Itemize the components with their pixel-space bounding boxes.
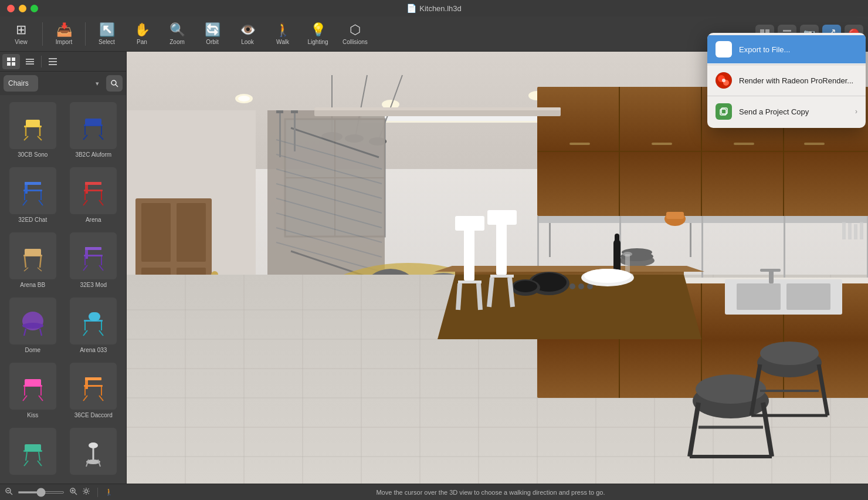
submenu-arrow: › bbox=[855, 107, 857, 116]
svg-rect-170 bbox=[652, 143, 672, 145]
svg-rect-184 bbox=[842, 222, 846, 239]
render-label: Render with Radeon ProRender... bbox=[739, 76, 857, 85]
category-select-wrapper: Chairs Tables Sofas Beds Storage Lightin… bbox=[4, 75, 104, 92]
svg-rect-4 bbox=[783, 30, 791, 32]
svg-rect-119 bbox=[177, 203, 206, 262]
svg-rect-21 bbox=[26, 120, 40, 127]
list-item[interactable]: 36CE Daccord bbox=[66, 360, 122, 421]
items-grid: 30CB Sono 3B2C Aluform bbox=[0, 95, 126, 500]
svg-line-31 bbox=[99, 135, 103, 140]
svg-rect-78 bbox=[85, 377, 101, 380]
orbit-label: Orbit bbox=[206, 39, 219, 45]
svg-rect-232 bbox=[455, 216, 484, 231]
svg-rect-17 bbox=[49, 64, 57, 65]
item-thumb-item11 bbox=[9, 428, 56, 475]
item-label-32e3mod: 32E3 Mod bbox=[80, 282, 107, 288]
list-item[interactable]: Arena BB bbox=[5, 230, 61, 290]
zoom-label: Zoom bbox=[169, 39, 185, 45]
list-item[interactable]: 3B2C Aluform bbox=[66, 100, 122, 160]
look-icon: 👁️ bbox=[240, 22, 256, 38]
toolbar-separator-1 bbox=[42, 22, 43, 46]
maximize-button[interactable] bbox=[30, 5, 38, 12]
render-radeon-item[interactable]: Render with Radeon ProRender... bbox=[707, 66, 866, 94]
svg-point-18 bbox=[111, 80, 116, 85]
toolbar-view[interactable]: ⊞ View bbox=[5, 20, 38, 48]
svg-rect-169 bbox=[569, 143, 590, 145]
zoom-slider[interactable] bbox=[18, 491, 65, 494]
svg-line-81 bbox=[83, 396, 87, 401]
list-item[interactable]: Arena bbox=[66, 165, 122, 225]
list-item[interactable]: 32ED Chat bbox=[5, 165, 61, 225]
toolbar-import[interactable]: 📥 Import bbox=[48, 20, 80, 48]
svg-point-251 bbox=[722, 79, 725, 82]
collisions-label: Collisions bbox=[343, 39, 368, 45]
select-label: Select bbox=[99, 39, 115, 45]
toolbar-select[interactable]: ↖️ Select bbox=[90, 20, 123, 48]
svg-rect-185 bbox=[848, 223, 852, 239]
list-item[interactable] bbox=[66, 425, 122, 479]
toolbar-pan[interactable]: ✋ Pan bbox=[126, 20, 158, 48]
svg-rect-13 bbox=[26, 61, 34, 62]
window-controls[interactable] bbox=[7, 5, 38, 12]
item-thumb-36ce bbox=[70, 363, 117, 410]
svg-line-50 bbox=[40, 256, 41, 268]
file-icon: 📄 bbox=[406, 4, 416, 13]
svg-line-69 bbox=[99, 330, 103, 336]
toolbar-separator-2 bbox=[85, 22, 86, 46]
panel-tabs bbox=[0, 52, 126, 72]
svg-rect-55 bbox=[85, 247, 101, 250]
toolbar-lighting[interactable]: 💡 Lighting bbox=[301, 20, 334, 48]
toolbar-collisions[interactable]: ⬡ Collisions bbox=[337, 20, 374, 48]
svg-rect-242 bbox=[314, 107, 561, 110]
list-item[interactable]: Dome bbox=[5, 295, 61, 356]
svg-rect-244 bbox=[276, 110, 283, 113]
list-item[interactable]: Kiss bbox=[5, 360, 61, 421]
list-item[interactable]: 32E3 Mod bbox=[66, 230, 122, 290]
svg-point-226 bbox=[760, 342, 819, 365]
panel-tab-divider bbox=[41, 56, 42, 67]
toolbar-zoom[interactable]: 🔍 Zoom bbox=[161, 20, 194, 48]
toolbar-walk[interactable]: 🚶 Walk bbox=[266, 20, 299, 48]
list-item[interactable]: 30CB Sono bbox=[5, 100, 61, 160]
svg-line-51 bbox=[24, 268, 28, 271]
zoom-out-icon[interactable] bbox=[5, 487, 13, 497]
render-icon bbox=[716, 72, 732, 89]
search-button[interactable] bbox=[106, 75, 123, 92]
svg-line-86 bbox=[39, 452, 40, 461]
category-select[interactable]: Chairs Tables Sofas Beds Storage Lightin… bbox=[4, 75, 38, 92]
panel-tab-grid[interactable] bbox=[2, 54, 20, 69]
settings-icon[interactable] bbox=[82, 487, 90, 497]
svg-rect-187 bbox=[860, 222, 863, 239]
list-item[interactable] bbox=[5, 425, 61, 479]
statusbar-message: Move the cursor over the 3D view to choo… bbox=[118, 489, 863, 496]
item-label-3b2c: 3B2C Aluform bbox=[75, 151, 111, 158]
svg-rect-118 bbox=[141, 203, 171, 262]
panel-tab-list[interactable] bbox=[44, 54, 62, 69]
item-thumb-item12 bbox=[70, 428, 117, 475]
svg-line-255 bbox=[10, 492, 12, 495]
item-label-36ce: 36CE Daccord bbox=[74, 412, 113, 418]
svg-rect-237 bbox=[487, 210, 517, 225]
item-label-kiss: Kiss bbox=[27, 412, 38, 418]
send-project-copy-item[interactable]: Send a Project Copy › bbox=[707, 97, 866, 126]
toolbar-look[interactable]: 👁️ Look bbox=[231, 20, 264, 48]
look-label: Look bbox=[241, 39, 254, 45]
export-to-file-item[interactable]: Export to File... bbox=[707, 35, 866, 63]
walk-icon: 🚶 bbox=[275, 22, 291, 38]
zoom-in-icon[interactable] bbox=[69, 487, 77, 497]
minimize-button[interactable] bbox=[19, 5, 26, 12]
list-item[interactable]: Arena 033 bbox=[66, 295, 122, 356]
item-thumb-arena033 bbox=[70, 298, 117, 344]
svg-line-59 bbox=[99, 265, 103, 271]
close-button[interactable] bbox=[7, 5, 15, 12]
svg-rect-246 bbox=[291, 110, 298, 113]
view-icon: ⊞ bbox=[16, 22, 26, 38]
svg-rect-245 bbox=[294, 110, 296, 151]
toolbar-orbit[interactable]: 🔄 Orbit bbox=[196, 20, 229, 48]
panel-tab-edit[interactable] bbox=[21, 54, 39, 69]
walk-label: Walk bbox=[276, 39, 289, 45]
svg-rect-171 bbox=[734, 143, 754, 145]
svg-line-24 bbox=[24, 136, 28, 140]
svg-rect-180 bbox=[666, 212, 684, 219]
svg-point-208 bbox=[514, 281, 537, 292]
